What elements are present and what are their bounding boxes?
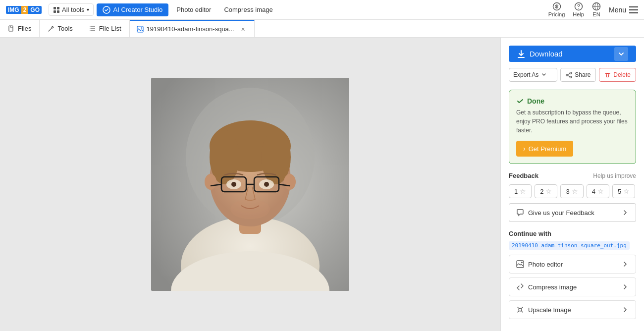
feedback-icon [516,209,524,217]
svg-line-49 [568,75,570,76]
download-label: Download [530,50,563,58]
star-5-button[interactable]: 5 ☆ [612,184,635,198]
svg-point-19 [90,28,91,29]
premium-arrow: › [523,145,526,153]
star-2-button[interactable]: 2 ☆ [535,184,557,198]
svg-point-7 [578,8,579,8]
help-label: Help [573,11,584,17]
photo-editor-continue-left: Photo editor [516,260,563,268]
pricing-nav-item[interactable]: Pricing [548,2,565,17]
share-label: Share [575,71,590,78]
upscale-image-continue-label: Upscale Image [528,306,571,314]
tools-nav-item[interactable]: Tools [40,20,81,37]
svg-point-42 [264,182,269,187]
upscale-icon [516,306,524,314]
star-3-button[interactable]: 3 ☆ [560,184,583,198]
svg-point-47 [566,74,568,76]
action-row: Export As Share Delete [509,68,636,82]
feedback-header: Feedback Help us improve [509,172,636,179]
feedback-section: Feedback Help us improve 1 ☆ 2 ☆ 3 ☆ 4 [509,172,636,222]
delete-button[interactable]: Delete [599,68,636,82]
premium-label: Get Premium [529,145,567,153]
top-nav: IMG 2 GO All tools ▾ AI Creator Studio P… [0,0,644,20]
done-title-row: Done [516,97,629,105]
star-2-num: 2 [540,188,543,195]
delete-icon [604,72,611,78]
svg-point-51 [521,262,523,263]
menu-label: Menu [609,6,626,14]
ai-icon [103,6,110,14]
compress-icon [516,283,524,291]
share-button[interactable]: Share [560,68,596,82]
files-label: Files [18,25,31,32]
tab-close-button[interactable]: × [239,25,247,33]
files-nav-item[interactable]: Files [0,20,40,37]
photo-editor-nav-link[interactable]: Photo editor [171,6,216,13]
feedback-title: Feedback [509,172,538,179]
star-4-button[interactable]: 4 ☆ [587,184,609,198]
svg-point-33 [284,174,296,190]
compress-image-nav-link[interactable]: Compress image [219,6,277,13]
star-3-icon: ☆ [572,187,578,195]
star-5-num: 5 [618,188,621,195]
done-card: Done Get a subscription to bypass the qu… [509,90,636,164]
hamburger-icon [629,6,638,13]
svg-point-45 [570,72,572,74]
download-button[interactable]: Download [509,46,636,62]
svg-point-52 [519,308,522,311]
image-container [151,78,349,291]
compress-arrow-icon [622,283,629,290]
feedback-link-label: Give us your Feedback [528,209,594,217]
globe-icon [592,2,601,11]
done-title: Done [527,97,544,105]
star-2-icon: ☆ [545,187,552,195]
help-nav-item[interactable]: Help [573,2,584,17]
upscale-image-continue-button[interactable]: Upscale Image [509,300,636,319]
tools-icon [48,25,54,32]
grid-icon [53,6,60,13]
star-1-icon: ☆ [520,187,526,195]
language-nav-item[interactable]: EN [592,2,601,17]
ai-creator-button[interactable]: AI Creator Studio [97,3,169,16]
feedback-help-text: Help us improve [593,172,636,179]
export-as-button[interactable]: Export As [509,68,557,82]
delete-label: Delete [613,71,631,78]
continue-filename: 20190410-adam-tinson-square_out.jpg [509,241,630,250]
active-tab[interactable]: 19190410-adam-tinson-squa... × [130,20,255,37]
compress-image-continue-left: Compress image [516,283,577,291]
star-1-button[interactable]: 1 ☆ [509,184,532,198]
right-panel: Download Export As Share Delete [500,38,644,331]
svg-rect-2 [54,10,56,13]
photo-editor-continue-button[interactable]: Photo editor [509,255,636,274]
done-text: Get a subscription to bypass the queue, … [516,108,629,135]
file-list-nav-item[interactable]: File List [81,20,130,37]
help-icon [574,2,583,11]
download-chevron [614,47,628,61]
chevron-down-icon [618,51,624,57]
star-4-icon: ☆ [597,187,604,195]
star-5-icon: ☆ [623,187,630,195]
svg-rect-0 [54,7,56,9]
feedback-link-button[interactable]: Give us your Feedback [509,203,636,222]
feedback-arrow-icon [622,209,629,216]
files-icon [8,25,15,32]
svg-line-48 [568,73,570,74]
svg-point-18 [90,26,91,27]
export-chevron-icon [541,72,546,77]
download-icon [517,50,526,58]
menu-button[interactable]: Menu [609,6,638,14]
main-layout: Download Export As Share Delete [0,38,644,331]
svg-point-43 [230,199,270,219]
svg-rect-50 [517,261,524,268]
logo[interactable]: IMG 2 GO [6,6,42,14]
photo-editor-arrow-icon [622,261,629,268]
image-preview-panel [0,38,500,331]
compress-image-continue-button[interactable]: Compress image [509,277,636,296]
all-tools-button[interactable]: All tools ▾ [49,3,94,16]
photo-editor-continue-label: Photo editor [528,261,563,268]
svg-point-46 [570,76,572,78]
svg-point-22 [141,27,142,28]
upscale-arrow-icon [622,306,629,313]
continue-label: Continue with [509,230,551,237]
get-premium-button[interactable]: › Get Premium [516,141,573,157]
